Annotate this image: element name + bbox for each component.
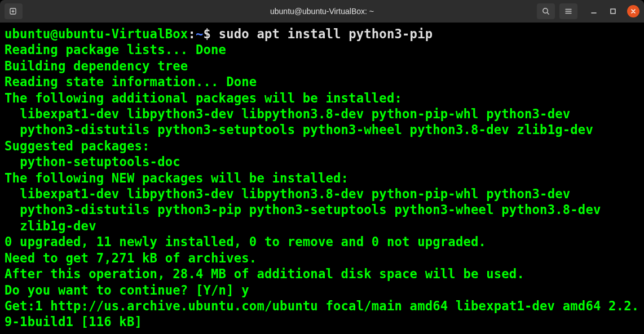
menu-button[interactable]	[559, 3, 577, 19]
close-icon	[630, 8, 637, 15]
output-line: zlib1g-dev	[5, 219, 96, 233]
prompt-path: ~	[196, 26, 204, 41]
search-icon	[541, 7, 550, 16]
output-line: libexpat1-dev libpython3-dev libpython3.…	[5, 106, 570, 121]
output-line: Do you want to continue? [Y/n] y	[5, 283, 249, 297]
output-line: Get:1 http://us.archive.ubuntu.com/ubunt…	[5, 299, 639, 329]
output-line: Suggested packages:	[5, 139, 150, 153]
output-line: python-setuptools-doc	[5, 154, 180, 169]
output-line: Building dependency tree	[5, 59, 188, 73]
terminal-content[interactable]: ubuntu@ubuntu-VirtualBox:~$ sudo apt ins…	[0, 23, 644, 334]
prompt-colon: :	[188, 26, 196, 41]
output-line: python3-distutils python3-setuptools pyt…	[5, 122, 593, 137]
output-line: Need to get 7,271 kB of archives.	[5, 251, 257, 265]
window-controls	[589, 5, 639, 17]
minimize-button[interactable]	[589, 6, 599, 16]
output-line: Reading package lists... Done	[5, 42, 226, 57]
svg-rect-2	[611, 9, 615, 14]
maximize-button[interactable]	[608, 6, 618, 16]
output-line: libexpat1-dev libpython3-dev libpython3.…	[5, 186, 570, 201]
hamburger-icon	[564, 7, 573, 16]
command-text: sudo apt install python3-pip	[219, 26, 433, 41]
titlebar: ubuntu@ubuntu-VirtualBox: ~	[0, 0, 644, 23]
window-title: ubuntu@ubuntu-VirtualBox: ~	[270, 7, 374, 16]
terminal-window: ubuntu@ubuntu-VirtualBox: ~	[0, 0, 644, 334]
new-tab-icon	[9, 7, 18, 16]
minimize-icon	[590, 8, 597, 15]
prompt-user-host: ubuntu@ubuntu-VirtualBox	[5, 26, 188, 41]
prompt-dollar: $	[204, 26, 219, 41]
output-line: 0 upgraded, 11 newly installed, 0 to rem…	[5, 234, 486, 249]
output-line: Reading state information... Done	[5, 74, 257, 89]
output-line: After this operation, 28.4 MB of additio…	[5, 266, 524, 281]
output-line: python3-distutils python3-pip python3-se…	[5, 202, 601, 217]
new-tab-button[interactable]	[5, 3, 23, 19]
output-line: The following additional packages will b…	[5, 91, 402, 105]
search-button[interactable]	[537, 3, 555, 19]
maximize-icon	[610, 8, 616, 15]
titlebar-right	[537, 3, 639, 19]
output-line: The following NEW packages will be insta…	[5, 171, 349, 185]
close-button[interactable]	[627, 5, 639, 17]
titlebar-left	[5, 3, 23, 19]
